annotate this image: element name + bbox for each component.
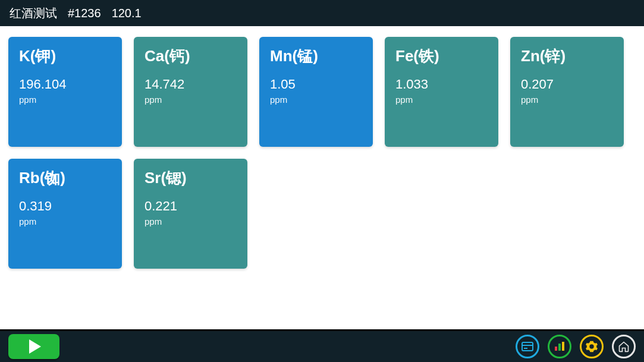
card-icon <box>522 342 533 351</box>
element-value: 14.742 <box>144 77 237 92</box>
element-unit: ppm <box>521 95 613 105</box>
svg-rect-4 <box>558 344 561 351</box>
element-name: Zn(锌) <box>521 48 613 65</box>
element-name: Sr(锶) <box>144 169 237 187</box>
footer-bar <box>0 329 644 362</box>
card-button[interactable] <box>516 335 539 358</box>
element-card-zn[interactable]: Zn(锌) 0.207 ppm <box>510 37 624 147</box>
element-unit: ppm <box>19 95 111 105</box>
svg-rect-3 <box>555 347 557 351</box>
element-grid: K(钾) 196.104 ppm Ca(钙) 14.742 ppm Mn(锰) … <box>8 37 636 269</box>
element-value: 1.033 <box>395 77 488 92</box>
main-panel: K(钾) 196.104 ppm Ca(钙) 14.742 ppm Mn(锰) … <box>0 26 644 329</box>
gear-icon <box>585 340 598 353</box>
bar-chart-icon <box>554 341 566 352</box>
play-button[interactable] <box>8 334 59 359</box>
element-value: 0.221 <box>144 199 237 214</box>
element-card-rb[interactable]: Rb(铷) 0.319 ppm <box>8 159 122 269</box>
header-bar: 红酒测试 #1236 120.1 <box>0 0 644 26</box>
chart-button[interactable] <box>548 335 571 358</box>
play-icon <box>29 339 41 354</box>
element-name: Rb(铷) <box>19 169 111 187</box>
settings-button[interactable] <box>580 335 604 358</box>
test-id: #1236 <box>68 7 101 20</box>
element-value: 0.319 <box>19 199 111 214</box>
element-value: 1.05 <box>270 77 362 92</box>
home-button[interactable] <box>612 335 636 358</box>
test-title: 红酒测试 <box>10 5 57 21</box>
element-value: 196.104 <box>19 77 111 92</box>
svg-point-6 <box>590 345 593 348</box>
home-icon <box>618 341 630 352</box>
element-name: K(钾) <box>19 48 111 65</box>
svg-rect-5 <box>562 342 564 351</box>
element-card-mn[interactable]: Mn(锰) 1.05 ppm <box>259 37 373 147</box>
element-unit: ppm <box>19 216 111 226</box>
element-card-fe[interactable]: Fe(铁) 1.033 ppm <box>385 37 498 147</box>
element-name: Ca(钙) <box>144 48 237 65</box>
element-name: Fe(铁) <box>395 48 488 65</box>
element-unit: ppm <box>144 216 237 226</box>
element-value: 0.207 <box>521 77 613 92</box>
element-card-k[interactable]: K(钾) 196.104 ppm <box>8 37 122 147</box>
footer-right-group <box>516 335 636 358</box>
element-unit: ppm <box>270 95 362 105</box>
element-card-ca[interactable]: Ca(钙) 14.742 ppm <box>134 37 247 147</box>
element-unit: ppm <box>144 95 237 105</box>
test-version: 120.1 <box>112 7 142 20</box>
svg-rect-0 <box>522 342 533 351</box>
element-unit: ppm <box>395 95 488 105</box>
element-card-sr[interactable]: Sr(锶) 0.221 ppm <box>134 159 247 269</box>
element-name: Mn(锰) <box>270 48 362 65</box>
